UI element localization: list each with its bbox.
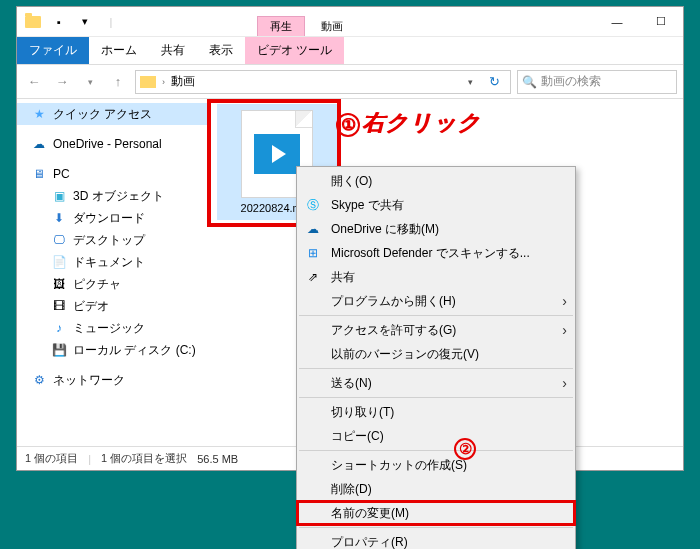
tree-local-disk[interactable]: 💾ローカル ディスク (C:) (17, 339, 207, 361)
title-section-label: 動画 (311, 17, 353, 36)
tab-home[interactable]: ホーム (89, 37, 149, 64)
context-menu: 開く(O) ⓈSkype で共有 ☁OneDrive に移動(M) ⊞Micro… (296, 166, 576, 549)
nav-up-button[interactable]: ↑ (107, 71, 129, 93)
ctx-label: OneDrive に移動(M) (331, 221, 439, 238)
document-icon: 📄 (51, 254, 67, 270)
refresh-icon[interactable]: ↻ (483, 74, 506, 89)
ctx-copy[interactable]: コピー(C) (297, 424, 575, 448)
status-count: 1 個の項目 (25, 451, 78, 466)
tab-view[interactable]: 表示 (197, 37, 245, 64)
qat-divider: | (99, 10, 123, 34)
address-bar[interactable]: › 動画 ▾ ↻ (135, 70, 511, 94)
tree-music[interactable]: ♪ミュージック (17, 317, 207, 339)
search-input[interactable]: 🔍 動画の検索 (517, 70, 677, 94)
minimize-button[interactable]: — (595, 7, 639, 36)
ctx-separator (299, 368, 573, 369)
ctx-cut[interactable]: 切り取り(T) (297, 400, 575, 424)
status-selected: 1 個の項目を選択 (101, 451, 187, 466)
tree-quick-access[interactable]: ★クイック アクセス (17, 103, 207, 125)
tree-downloads[interactable]: ⬇ダウンロード (17, 207, 207, 229)
address-location[interactable]: 動画 (171, 73, 458, 90)
qat-item[interactable]: ▾ (73, 10, 97, 34)
tree-label: デスクトップ (73, 232, 145, 249)
ctx-restore-version[interactable]: 以前のバージョンの復元(V) (297, 342, 575, 366)
qat: ▪ ▾ | (17, 7, 127, 36)
ctx-label: Skype で共有 (331, 197, 404, 214)
star-icon: ★ (31, 106, 47, 122)
nav-back-button[interactable]: ← (23, 71, 45, 93)
nav-forward-button[interactable]: → (51, 71, 73, 93)
search-placeholder: 動画の検索 (541, 73, 601, 90)
tree-onedrive[interactable]: ☁OneDrive - Personal (17, 133, 207, 155)
ctx-label: 切り取り(T) (331, 404, 394, 421)
ctx-label: 以前のバージョンの復元(V) (331, 346, 479, 363)
onedrive-icon: ☁ (303, 222, 323, 236)
qat-item[interactable]: ▪ (47, 10, 71, 34)
ctx-create-shortcut[interactable]: ショートカットの作成(S) (297, 453, 575, 477)
pictures-icon: 🖼 (51, 276, 67, 292)
tab-file[interactable]: ファイル (17, 37, 89, 64)
maximize-button[interactable]: ☐ (639, 7, 683, 36)
ctx-open[interactable]: 開く(O) (297, 169, 575, 193)
status-divider: | (88, 453, 91, 465)
tree-desktop[interactable]: 🖵デスクトップ (17, 229, 207, 251)
ctx-share[interactable]: ⇗共有 (297, 265, 575, 289)
ctx-onedrive-move[interactable]: ☁OneDrive に移動(M) (297, 217, 575, 241)
tree-label: 3D オブジェクト (73, 188, 164, 205)
tree-label: ビデオ (73, 298, 109, 315)
tree-videos[interactable]: 🎞ビデオ (17, 295, 207, 317)
tree-label: ドキュメント (73, 254, 145, 271)
ctx-label: 開く(O) (331, 173, 372, 190)
tree-label: ネットワーク (53, 372, 125, 389)
ctx-label: コピー(C) (331, 428, 384, 445)
search-icon: 🔍 (522, 75, 537, 89)
network-icon: ⚙ (31, 372, 47, 388)
ctx-properties[interactable]: プロパティ(R) (297, 530, 575, 549)
annotation-2: ② (454, 436, 476, 460)
annotation-1: ①右クリック (336, 108, 481, 138)
shield-icon: ⊞ (303, 246, 323, 260)
chevron-right-icon[interactable]: › (160, 77, 167, 87)
tab-video-tools[interactable]: ビデオ ツール (245, 37, 344, 64)
status-size: 56.5 MB (197, 453, 238, 465)
ctx-grant-access[interactable]: アクセスを許可する(G) (297, 318, 575, 342)
tree-network[interactable]: ⚙ネットワーク (17, 369, 207, 391)
ctx-skype-share[interactable]: ⓈSkype で共有 (297, 193, 575, 217)
tree-documents[interactable]: 📄ドキュメント (17, 251, 207, 273)
ctx-label: ショートカットの作成(S) (331, 457, 467, 474)
address-dropdown-icon[interactable]: ▾ (462, 77, 479, 87)
annotation-2-number: ② (454, 438, 476, 460)
ctx-separator (299, 397, 573, 398)
nav-dropdown-icon[interactable]: ▾ (79, 71, 101, 93)
ctx-label: 共有 (331, 269, 355, 286)
tree-3d-objects[interactable]: ▣3D オブジェクト (17, 185, 207, 207)
ctx-rename[interactable]: 名前の変更(M) (297, 501, 575, 525)
ctx-separator (299, 315, 573, 316)
ribbon-tabs: ファイル ホーム 共有 表示 ビデオ ツール (17, 37, 683, 65)
tree-pictures[interactable]: 🖼ピクチャ (17, 273, 207, 295)
nav-tree: ★クイック アクセス ☁OneDrive - Personal 🖥PC ▣3D … (17, 99, 207, 446)
ctx-defender-scan[interactable]: ⊞Microsoft Defender でスキャンする... (297, 241, 575, 265)
tree-pc[interactable]: 🖥PC (17, 163, 207, 185)
app-folder-icon (21, 10, 45, 34)
ctx-label: Microsoft Defender でスキャンする... (331, 245, 530, 262)
ctx-label: アクセスを許可する(G) (331, 322, 456, 339)
tree-label: ピクチャ (73, 276, 121, 293)
disk-icon: 💾 (51, 342, 67, 358)
ctx-label: 削除(D) (331, 481, 372, 498)
tree-label: ローカル ディスク (C:) (73, 342, 196, 359)
ctx-open-with[interactable]: プログラムから開く(H) (297, 289, 575, 313)
ctx-delete[interactable]: 削除(D) (297, 477, 575, 501)
window-controls: — ☐ (595, 7, 683, 36)
folder-icon (140, 76, 156, 88)
ctx-label: プロパティ(R) (331, 534, 408, 550)
tree-label: ダウンロード (73, 210, 145, 227)
ctx-send-to[interactable]: 送る(N) (297, 371, 575, 395)
ctx-separator (299, 527, 573, 528)
contextual-tabs: 再生 動画 (257, 7, 353, 36)
annotation-1-number: ① (336, 113, 360, 137)
pc-icon: 🖥 (31, 166, 47, 182)
annotation-1-text: 右クリック (362, 110, 481, 135)
tab-share[interactable]: 共有 (149, 37, 197, 64)
playback-tab-header[interactable]: 再生 (257, 16, 305, 36)
